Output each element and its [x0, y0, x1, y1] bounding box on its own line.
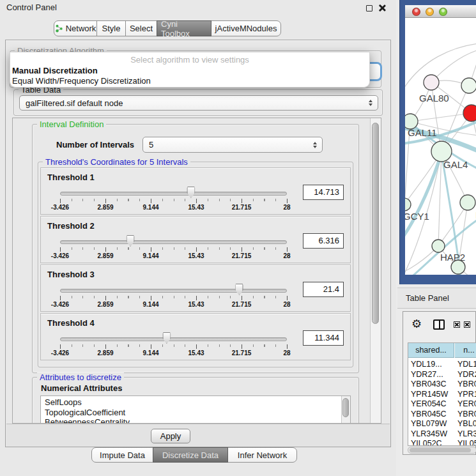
tab-cyni-toolbox[interactable]: Cyni Toolbox	[157, 20, 211, 36]
slider-tick-label: 28	[283, 252, 290, 259]
column-header-0[interactable]: shared...	[408, 343, 454, 358]
apply-button[interactable]: Apply	[151, 429, 190, 443]
slider-thumb[interactable]	[187, 187, 195, 198]
table-cell[interactable]: YPR14	[457, 390, 476, 399]
slider-tick-label: 9.144	[142, 349, 158, 357]
interval-definition-title: Interval Definition	[37, 119, 106, 129]
mac-zoom-button[interactable]	[439, 8, 447, 16]
slider-tick-label: 2.859	[97, 349, 113, 357]
checkbox-icon[interactable]	[464, 321, 470, 328]
table-data-combo[interactable]: galFiltered.sif default node	[19, 95, 378, 111]
network-canvas[interactable]: GAL80GACGAL11GAL4GCY1HHAP2	[405, 18, 476, 275]
table-cell[interactable]: YIL05	[457, 439, 476, 446]
algorithm-dropdown-popup: Select algorithm to view settings Manual…	[10, 52, 370, 88]
settings-scrollbar-thumb[interactable]	[372, 123, 379, 324]
mac-close-button[interactable]	[412, 8, 420, 16]
slider-thumb[interactable]	[235, 284, 243, 295]
table-panel-window: ⚙ shared...n...YDL19...YDL19YDR27...YDR2…	[403, 311, 476, 455]
table-cell[interactable]: YDR27	[457, 370, 476, 379]
combo-spinner-icon	[313, 142, 317, 148]
slider-thumb[interactable]	[162, 332, 171, 344]
slider-track[interactable]	[60, 192, 287, 196]
tab-network[interactable]: Network	[54, 20, 97, 36]
list-scrollbar-thumb[interactable]	[342, 398, 349, 417]
thresholds-group: Threshold's Coordinates for 5 Intervals …	[38, 162, 353, 367]
table-cell[interactable]: YPR145W	[411, 390, 448, 399]
table-cell[interactable]: YLR34	[457, 429, 476, 438]
slider-tick-label: 21.715	[232, 301, 252, 308]
gear-icon[interactable]: ⚙	[411, 318, 422, 330]
network-node[interactable]	[424, 75, 439, 90]
slider-major-tick	[196, 199, 197, 203]
network-highlight-edge[interactable]	[405, 153, 441, 244]
network-node-label: GAL80	[419, 93, 449, 104]
tab-impute-data[interactable]: Impute Data	[91, 447, 153, 463]
table-cell[interactable]: YDL19...	[411, 360, 442, 369]
columns-icon[interactable]	[433, 319, 445, 330]
slider-tick-label: 21.715	[232, 252, 252, 259]
slider-track[interactable]	[60, 240, 287, 244]
column-header-1[interactable]: n...	[455, 343, 476, 358]
combo-spinner-icon	[369, 100, 372, 106]
slider-major-tick	[151, 247, 151, 252]
attribute-list-item[interactable]: TopologicalCoefficient	[41, 408, 350, 418]
table-cell[interactable]: YBR043C	[411, 380, 447, 388]
slider-major-tick	[242, 296, 242, 300]
mac-minimize-button[interactable]	[426, 8, 434, 16]
table-cell[interactable]: YDL19	[457, 360, 476, 369]
table-cell[interactable]: YDR27...	[411, 370, 443, 379]
slider-major-tick	[60, 247, 61, 252]
tab-jactivemnodules[interactable]: jActiveMNodules	[211, 20, 281, 36]
table-cell[interactable]: YIL052C	[411, 439, 442, 446]
table-cell[interactable]: YLR345W	[411, 429, 447, 438]
table-h-scrollbar-thumb[interactable]	[410, 448, 471, 452]
tab-discretize-data[interactable]: Discretize Data	[153, 447, 228, 463]
checkbox-icon[interactable]	[454, 321, 460, 328]
network-node[interactable]	[461, 78, 476, 93]
table-cell[interactable]: YBR04	[457, 410, 476, 418]
tab-label: jActiveMNodules	[215, 24, 277, 33]
threshold-rows: Threshold 1-3.4262.8599.14415.4321.71528…	[40, 167, 351, 360]
threshold-value-field[interactable]: 6.316	[303, 233, 344, 249]
menu-item-equal-width[interactable]: Equal Width/Frequency Discretization	[12, 76, 151, 86]
attribute-list-item[interactable]: BetweennessCentrality	[41, 417, 350, 424]
network-node[interactable]	[432, 240, 445, 252]
table-h-scrollbar[interactable]	[408, 447, 476, 454]
node-table[interactable]: shared...n...YDL19...YDL19YDR27...YDR27Y…	[408, 342, 476, 446]
tab-select[interactable]: Select	[125, 20, 157, 36]
network-edge[interactable]	[431, 50, 476, 82]
list-scrollbar[interactable]	[341, 396, 350, 424]
num-intervals-combo[interactable]: 5	[142, 137, 323, 153]
slider-track[interactable]	[60, 289, 287, 293]
threshold-value-field[interactable]: 21.4	[303, 282, 344, 297]
network-node[interactable]	[460, 195, 475, 210]
threshold-value-field[interactable]: 11.344	[303, 330, 344, 346]
table-cell[interactable]: YBR04	[457, 380, 476, 388]
network-window-titlebar[interactable]	[405, 5, 476, 18]
tab-style[interactable]: Style	[96, 20, 126, 36]
slider-tick-label: -3.426	[51, 301, 69, 308]
float-window-icon[interactable]	[366, 5, 372, 12]
attribute-list-item[interactable]: SelfLoops	[41, 397, 350, 408]
screen: Control Panel NetworkStyleSelectCyni Too…	[0, 0, 476, 476]
network-node[interactable]	[405, 198, 411, 211]
network-node[interactable]	[463, 105, 476, 121]
table-cell[interactable]: YBR045C	[411, 410, 447, 418]
table-cell[interactable]: YBL079W	[411, 419, 447, 428]
slider-thumb[interactable]	[127, 235, 135, 247]
close-icon[interactable]	[378, 4, 385, 12]
slider-major-tick	[151, 199, 151, 203]
table-cell[interactable]: YBL07	[457, 419, 476, 428]
threshold-value-field[interactable]: 14.713	[303, 185, 344, 200]
table-cell[interactable]: YER05	[457, 399, 476, 408]
slider-track[interactable]	[60, 337, 287, 341]
table-cell[interactable]: YER054C	[411, 399, 447, 408]
slider-major-tick	[242, 199, 242, 203]
settings-scrollbar[interactable]	[370, 118, 381, 423]
network-edge[interactable]	[410, 113, 472, 121]
network-node-label: GAL11	[408, 127, 437, 138]
slider-tick-label: 15.43	[188, 301, 204, 308]
slider-major-tick	[287, 296, 288, 300]
menu-item-manual-discretization[interactable]: Manual Discretization	[12, 66, 98, 75]
tab-infer-network[interactable]: Infer Network	[227, 447, 297, 463]
